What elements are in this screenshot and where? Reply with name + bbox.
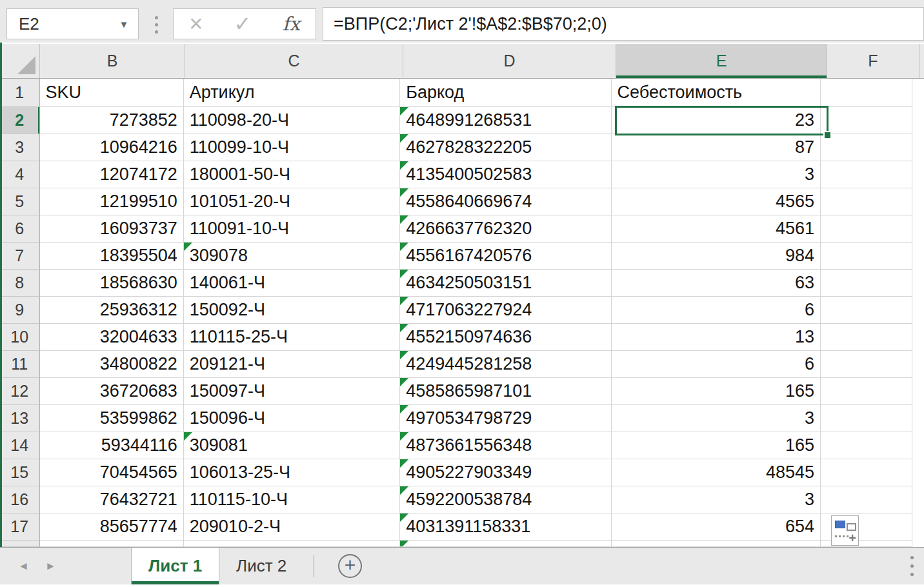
cell-sliver-9[interactable] — [912, 297, 924, 324]
cell-sliver-4[interactable] — [912, 161, 924, 188]
cell-C4[interactable]: 180001-50-Ч — [184, 161, 400, 188]
column-header-C[interactable]: C — [185, 44, 403, 78]
cell-C5[interactable]: 101051-20-Ч — [184, 188, 400, 215]
cell-E13[interactable]: 3 — [612, 405, 821, 432]
cell-sliver-15[interactable] — [912, 459, 924, 486]
cancel-icon[interactable]: × — [189, 12, 203, 35]
row-header-2[interactable]: 2 — [0, 107, 40, 134]
row-header-8[interactable]: 8 — [0, 270, 40, 297]
cell-F15[interactable] — [821, 459, 912, 486]
cell-B8[interactable]: 18568630 — [40, 270, 184, 297]
cell-sliver-2[interactable] — [912, 107, 924, 134]
cell-sliver-17[interactable] — [912, 513, 924, 541]
cell-sliver-5[interactable] — [912, 188, 924, 215]
cell-sliver-10[interactable] — [912, 324, 924, 351]
cell-D-partial[interactable] — [400, 541, 611, 547]
cell-sliver-12[interactable] — [912, 378, 924, 405]
column-header-E[interactable]: E — [616, 44, 827, 78]
row-header-13[interactable]: 13 — [0, 405, 40, 432]
row-header-14[interactable]: 14 — [0, 432, 40, 459]
cell-F12[interactable] — [821, 378, 912, 405]
cell-E11[interactable]: 6 — [612, 351, 821, 378]
cell-C1[interactable]: Артикул — [184, 79, 400, 107]
cell-E7[interactable]: 984 — [612, 243, 821, 270]
cell-C-partial[interactable] — [184, 541, 400, 547]
cell-D2[interactable]: 4648991268531 — [400, 107, 611, 134]
cell-E14[interactable]: 165 — [612, 432, 821, 459]
cell-B3[interactable]: 10964216 — [40, 134, 184, 161]
cell-D14[interactable]: 4873661556348 — [400, 432, 611, 459]
cell-B4[interactable]: 12074172 — [40, 161, 184, 188]
row-header-1[interactable]: 1 — [0, 79, 40, 107]
cell-E16[interactable]: 3 — [612, 486, 821, 513]
cell-E6[interactable]: 4561 — [612, 215, 821, 243]
row-header-15[interactable]: 15 — [0, 459, 40, 486]
cell-C8[interactable]: 140061-Ч — [184, 270, 400, 297]
cell-D9[interactable]: 4717063227924 — [400, 297, 611, 324]
cell-B11[interactable]: 34800822 — [40, 351, 184, 378]
row-header-5[interactable]: 5 — [0, 188, 40, 215]
cell-E-partial[interactable] — [612, 541, 821, 547]
cell-E9[interactable]: 6 — [612, 297, 821, 324]
cell-B1[interactable]: SKU — [40, 79, 184, 107]
sheet-tab-list2[interactable]: Лист 2 — [219, 548, 303, 584]
cell-D5[interactable]: 4558640669674 — [400, 188, 611, 215]
cell-D6[interactable]: 4266637762320 — [400, 215, 611, 243]
cell-E15[interactable]: 48545 — [612, 459, 821, 486]
column-header-B[interactable]: B — [40, 44, 185, 78]
cell-F3[interactable] — [821, 134, 912, 161]
fill-options-button[interactable]: + — [831, 515, 859, 546]
cell-sliver-11[interactable] — [912, 351, 924, 378]
cell-sliver-13[interactable] — [912, 405, 924, 432]
cell-sliver-8[interactable] — [912, 270, 924, 297]
cell-D10[interactable]: 4552150974636 — [400, 324, 611, 351]
insert-function-icon[interactable]: fx — [283, 13, 300, 35]
cell-B14[interactable]: 59344116 — [40, 432, 184, 459]
row-header-16[interactable]: 16 — [0, 486, 40, 513]
cell-B9[interactable]: 25936312 — [40, 297, 184, 324]
cell-D4[interactable]: 4135400502583 — [400, 161, 611, 188]
cell-C11[interactable]: 209121-Ч — [184, 351, 400, 378]
cell-C16[interactable]: 110115-10-Ч — [184, 486, 400, 513]
cell-F7[interactable] — [821, 243, 912, 270]
cell-F8[interactable] — [821, 270, 912, 297]
cell-B17[interactable]: 85657774 — [40, 513, 184, 541]
cell-C2[interactable]: 110098-20-Ч — [184, 107, 400, 134]
cell-E4[interactable]: 3 — [612, 161, 821, 188]
cell-B13[interactable]: 53599862 — [40, 405, 184, 432]
cell-B2[interactable]: 7273852 — [40, 107, 184, 134]
cell-C17[interactable]: 209010-2-Ч — [184, 513, 400, 541]
row-header-6[interactable]: 6 — [0, 215, 40, 243]
cell-E8[interactable]: 63 — [612, 270, 821, 297]
cell-F11[interactable] — [821, 351, 912, 378]
cell-D3[interactable]: 4627828322205 — [400, 134, 611, 161]
cell-B15[interactable]: 70454565 — [40, 459, 184, 486]
cell-F10[interactable] — [821, 324, 912, 351]
sheet-tab-list1[interactable]: Лист 1 — [131, 548, 219, 584]
select-all-button[interactable] — [0, 44, 40, 78]
cell-sliver-partial[interactable] — [912, 541, 924, 547]
fill-handle[interactable] — [823, 131, 832, 139]
cell-B16[interactable]: 76432721 — [40, 486, 184, 513]
cell-F14[interactable] — [821, 432, 912, 459]
tab-bar-overflow-icon[interactable] — [910, 556, 914, 576]
row-header-partial[interactable] — [0, 541, 40, 547]
row-header-10[interactable]: 10 — [0, 324, 40, 351]
cell-D11[interactable]: 4249445281258 — [400, 351, 611, 378]
cell-B5[interactable]: 12199510 — [40, 188, 184, 215]
cell-F13[interactable] — [821, 405, 912, 432]
cell-D16[interactable]: 4592200538784 — [400, 486, 611, 513]
cell-C12[interactable]: 150097-Ч — [184, 378, 400, 405]
row-header-9[interactable]: 9 — [0, 297, 40, 324]
cell-D1[interactable]: Баркод — [400, 79, 611, 107]
cell-B10[interactable]: 32004633 — [40, 324, 184, 351]
cell-F1[interactable] — [821, 79, 912, 107]
cell-E12[interactable]: 165 — [612, 378, 821, 405]
row-header-4[interactable]: 4 — [0, 161, 40, 188]
cell-B7[interactable]: 18395504 — [40, 243, 184, 270]
row-header-7[interactable]: 7 — [0, 243, 40, 270]
cell-E10[interactable]: 13 — [612, 324, 821, 351]
cell-E5[interactable]: 4565 — [612, 188, 821, 215]
cell-F5[interactable] — [821, 188, 912, 215]
cell-C7[interactable]: 309078 — [184, 243, 400, 270]
